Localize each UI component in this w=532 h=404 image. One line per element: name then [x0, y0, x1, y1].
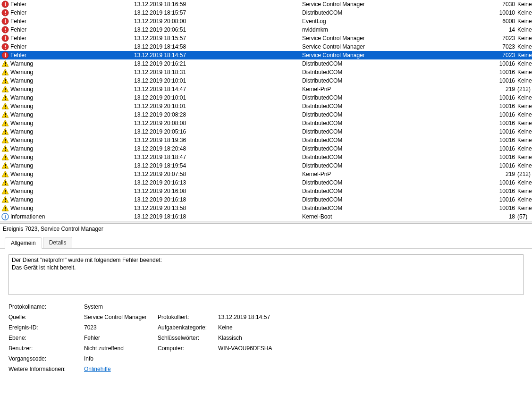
cell-category: Keine [517, 9, 532, 16]
event-message[interactable]: Der Dienst "netprofm" wurde mit folgende… [8, 254, 524, 295]
svg-rect-26 [5, 74, 6, 75]
svg-rect-77 [5, 215, 6, 216]
error-icon [1, 43, 9, 50]
error-icon [1, 26, 9, 34]
event-row[interactable]: Warnung13.12.2019 20:16:21DistributedCOM… [0, 59, 532, 68]
cell-eventid: 10016 [497, 77, 517, 84]
label-taskcat: Aufgabenkategorie: [158, 324, 218, 331]
cell-category: Keine [517, 162, 532, 169]
cell-source: DistributedCOM [302, 137, 497, 143]
cell-eventid: 7023 [497, 52, 517, 59]
event-row[interactable]: Warnung13.12.2019 18:20:48DistributedCOM… [0, 144, 532, 153]
svg-rect-2 [5, 5, 6, 6]
svg-rect-14 [5, 39, 6, 40]
event-row[interactable]: Warnung13.12.2019 20:16:18DistributedCOM… [0, 195, 532, 204]
cell-eventid: 10016 [497, 179, 517, 186]
cell-date: 13.12.2019 18:16:18 [134, 213, 302, 220]
event-row[interactable]: Warnung13.12.2019 18:18:31DistributedCOM… [0, 68, 532, 76]
cell-category: Keine [517, 154, 532, 160]
cell-eventid: 10016 [497, 196, 517, 203]
label-opcode: Vorgangscode: [8, 355, 84, 362]
cell-category: Keine [517, 52, 532, 59]
tab-details[interactable]: Details [43, 237, 73, 248]
cell-source: DistributedCOM [302, 196, 497, 203]
event-row[interactable]: Warnung13.12.2019 20:10:01DistributedCOM… [0, 76, 532, 85]
cell-category: Keine [517, 26, 532, 33]
event-row[interactable]: Fehler13.12.2019 18:14:57Service Control… [0, 51, 532, 59]
svg-rect-11 [5, 31, 6, 32]
cell-category: Keine [517, 35, 532, 42]
cell-level: Fehler [10, 43, 134, 50]
cell-date: 13.12.2019 18:15:57 [134, 35, 302, 42]
cell-eventid: 7023 [497, 43, 517, 50]
svg-rect-58 [5, 164, 6, 167]
cell-level: Warnung [10, 179, 134, 186]
label-eventid: Ereignis-ID: [8, 324, 84, 331]
cell-source: Service Control Manager [302, 35, 497, 42]
error-icon [1, 9, 9, 17]
cell-eventid: 14 [497, 26, 517, 33]
cell-source: DistributedCOM [302, 205, 497, 211]
svg-rect-70 [5, 198, 6, 201]
cell-source: Service Control Manager [302, 43, 497, 50]
cell-source: DistributedCOM [302, 77, 497, 84]
cell-level: Fehler [10, 9, 134, 16]
cell-category: Keine [517, 77, 532, 84]
cell-source: Kernel-Boot [302, 213, 497, 220]
event-row[interactable]: Fehler13.12.2019 18:14:58Service Control… [0, 42, 532, 51]
svg-rect-28 [5, 79, 6, 82]
event-row[interactable]: Warnung13.12.2019 20:16:13DistributedCOM… [0, 178, 532, 187]
svg-rect-43 [5, 122, 6, 124]
label-source: Quelle: [8, 314, 84, 320]
cell-category: Keine [517, 145, 532, 152]
cell-date: 13.12.2019 20:16:18 [134, 196, 302, 203]
cell-category: Keine [517, 196, 532, 203]
event-row[interactable]: Warnung13.12.2019 18:18:47DistributedCOM… [0, 153, 532, 161]
warn-icon [1, 179, 9, 186]
label-keywords: Schlüsselwörter: [158, 335, 218, 341]
svg-rect-20 [5, 56, 6, 57]
event-row[interactable]: Warnung13.12.2019 18:14:47Kernel-PnP219(… [0, 85, 532, 93]
cell-date: 13.12.2019 18:18:31 [134, 69, 302, 76]
cell-level: Fehler [10, 35, 134, 42]
event-row[interactable]: Warnung13.12.2019 20:05:16DistributedCOM… [0, 127, 532, 136]
event-row[interactable]: Warnung13.12.2019 18:19:36DistributedCOM… [0, 136, 532, 144]
tab-general[interactable]: Allgemein [5, 237, 42, 249]
cell-source: DistributedCOM [302, 111, 497, 118]
svg-rect-35 [5, 99, 6, 100]
cell-eventid: 10016 [497, 94, 517, 101]
value-level: Fehler [84, 335, 158, 341]
event-row[interactable]: Warnung13.12.2019 20:13:58DistributedCOM… [0, 204, 532, 212]
svg-rect-61 [5, 173, 6, 175]
event-row[interactable]: Warnung13.12.2019 18:19:54DistributedCOM… [0, 161, 532, 170]
event-row[interactable]: Warnung13.12.2019 20:08:08DistributedCOM… [0, 119, 532, 127]
event-row[interactable]: Warnung13.12.2019 20:07:58Kernel-PnP219(… [0, 170, 532, 178]
cell-level: Warnung [10, 154, 134, 160]
event-row[interactable]: Informationen13.12.2019 18:16:18Kernel-B… [0, 212, 532, 221]
cell-source: Kernel-PnP [302, 171, 497, 177]
cell-date: 13.12.2019 20:08:28 [134, 111, 302, 118]
event-row[interactable]: Fehler13.12.2019 18:15:57Service Control… [0, 34, 532, 42]
event-row[interactable]: Warnung13.12.2019 20:10:01DistributedCOM… [0, 102, 532, 110]
event-list[interactable]: Fehler13.12.2019 18:16:59Service Control… [0, 0, 532, 221]
cell-date: 13.12.2019 18:14:47 [134, 86, 302, 93]
event-row[interactable]: Fehler13.12.2019 18:15:57DistributedCOM1… [0, 8, 532, 17]
svg-rect-56 [5, 159, 6, 160]
online-help-link[interactable]: Onlinehilfe [84, 366, 111, 372]
error-icon [1, 51, 9, 59]
warn-icon [1, 128, 9, 135]
event-row[interactable]: Fehler13.12.2019 20:06:51nvlddmkm14Keine [0, 25, 532, 34]
event-row[interactable]: Warnung13.12.2019 20:10:01DistributedCOM… [0, 93, 532, 102]
event-row[interactable]: Fehler13.12.2019 20:08:00EventLog6008Kei… [0, 17, 532, 25]
cell-level: Warnung [10, 188, 134, 194]
label-level: Ebene: [8, 335, 84, 341]
event-row[interactable]: Fehler13.12.2019 18:16:59Service Control… [0, 0, 532, 8]
label-moreinfo: Weitere Informationen: [8, 366, 84, 372]
event-row[interactable]: Warnung13.12.2019 20:16:08DistributedCOM… [0, 187, 532, 195]
event-row[interactable]: Warnung13.12.2019 20:08:28DistributedCOM… [0, 110, 532, 119]
cell-source: DistributedCOM [302, 69, 497, 76]
cell-category: Keine [517, 137, 532, 143]
error-icon [1, 17, 9, 25]
cell-date: 13.12.2019 18:19:36 [134, 137, 302, 143]
cell-category: (212) [517, 86, 532, 93]
